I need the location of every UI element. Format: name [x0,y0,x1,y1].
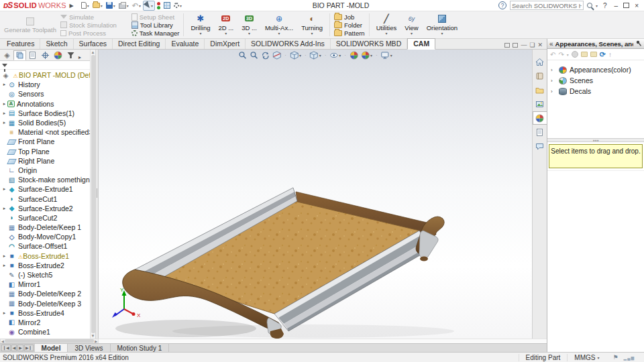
expand-arrow-icon[interactable]: › [551,88,556,95]
feature-tree-tab[interactable] [1,50,13,60]
tree-item[interactable]: (-) Sketch5 [0,270,90,280]
expand-arrow-icon[interactable] [1,82,7,87]
tab-motion-study-1[interactable]: Motion Study 1 [111,344,170,352]
tree-vertical-scrollbar[interactable]: ▲▼ [90,50,95,339]
solidworks-forum-tab[interactable] [533,139,547,153]
tree-horizontal-scrollbar[interactable]: ◀▶ [0,339,99,343]
expand-arrow-icon[interactable] [1,111,7,116]
tab-features[interactable]: Features [1,39,40,49]
tree-item[interactable]: Body-Delete/Keep 3 [0,299,90,308]
tree-root-item[interactable]: BIO PART -MOLD (Default<<Defa [0,70,90,80]
search-icon[interactable] [587,3,592,8]
tab-model[interactable]: Model [35,344,68,352]
prev-tab-icon[interactable]: ◀ [11,345,17,351]
forward-icon[interactable]: ↷ [558,51,564,58]
expand-arrow-icon[interactable]: › [551,78,556,84]
doc-minimize-button[interactable]: — [521,42,527,48]
setup-sheet-button[interactable]: Setup Sheet [131,13,180,21]
job-button[interactable]: Job [334,13,365,21]
undo-button[interactable]: ↶▾ [131,1,142,11]
expand-arrow-icon[interactable] [1,186,7,192]
tab-scroll-buttons[interactable]: ❙◀ ◀ ▶ ▶❙ [0,344,35,352]
expand-arrow-icon[interactable] [1,101,7,107]
tree-item[interactable]: Surface-Offset1 [0,241,90,251]
pattern-button[interactable]: Pattern [334,29,365,37]
display-manager-tab[interactable] [52,50,64,60]
tag-icon[interactable]: ⚑ [612,354,618,361]
tree-item[interactable]: Right Plane [0,156,90,166]
units-selector[interactable]: MMGS▾ [567,354,606,361]
tab-cam[interactable]: CAM [407,38,435,50]
collapse-pane-icon[interactable]: « [549,40,553,48]
drilling-button[interactable]: Drilling ▾ [186,12,214,38]
view-settings-button[interactable]: ▾ [381,51,392,60]
doc-close-button[interactable]: ✕ [537,42,543,48]
expand-arrow-icon[interactable] [1,310,7,316]
up-one-level-icon[interactable]: ↑ [608,51,612,58]
view-button[interactable]: View ▾ [400,12,422,38]
graphics-viewport[interactable]: · ▾ · ▾ · ▾ · ▾ · ▾ Y [99,50,532,339]
minimize-button[interactable]: – [612,2,621,9]
search-dropdown-icon[interactable]: ▾ [596,3,598,8]
home-tab[interactable] [533,55,547,68]
tree-item[interactable]: Front Plane [0,137,90,146]
back-icon[interactable]: ↶ [550,51,555,58]
tab-overflow-chevron[interactable]: ▸ [78,54,81,60]
expand-arrow-icon[interactable] [1,206,7,211]
expand-arrow-icon[interactable]: › [551,67,556,73]
apply-scene-button[interactable]: ▾ [361,51,372,60]
tree-item[interactable]: Surface-Extrude1 [0,184,90,194]
dimxpert-manager-tab[interactable] [39,50,52,60]
tab-dimxpert[interactable]: DimXpert [205,39,246,49]
orientation-button[interactable]: Orientation ▾ [423,12,462,38]
edit-appearance-button[interactable] [350,51,358,60]
tree-item[interactable]: Surface Bodies(1) [0,109,90,118]
tree-item[interactable]: Solid Bodies(5) [0,118,90,127]
tree-item[interactable]: Origin [0,166,90,175]
task-pane-tree-item[interactable]: › Decals [549,86,643,97]
task-manager-button[interactable]: Task Manager [131,29,180,37]
file-properties-button[interactable] [162,1,172,11]
file-explorer-tab[interactable] [533,83,547,97]
tree-item[interactable]: Top Plane [0,147,90,156]
doc-pane-left-button[interactable] [504,43,510,48]
multi-axis-button[interactable]: Multi-Ax... ▾ [261,12,297,38]
stock-simulation-button[interactable]: Stock Simulation [60,21,117,29]
options-button[interactable]: ▾ [172,1,183,11]
tree-item[interactable]: Body-Delete/Keep 1 [0,223,90,232]
expand-arrow-icon[interactable] [1,120,7,125]
doc-restore-button[interactable]: ❏ [529,42,535,48]
utilities-button[interactable]: Utilities ▾ [372,12,401,38]
milling-3d-button[interactable]: 3D ... ▾ [237,12,261,38]
tab-solidworks-add-ins[interactable]: SOLIDWORKS Add-Ins [246,39,331,49]
tree-item[interactable]: Annotations [0,99,90,109]
tool-library-button[interactable]: Tool Library [131,21,180,29]
simulate-button[interactable]: Simulate [60,13,117,21]
task-pane-splitter[interactable]: ●●● [547,138,644,142]
expand-arrow-icon[interactable] [1,253,7,259]
rebuild-button[interactable] [156,1,162,11]
close-button[interactable]: × [633,2,641,9]
last-tab-icon[interactable]: ▶❙ [24,345,34,351]
turning-button[interactable]: Turning ▾ [297,12,327,38]
tree-item[interactable]: Combine1 [0,327,90,337]
task-pane-tree-item[interactable]: › Scenes [549,75,643,86]
design-library-tab[interactable] [533,69,547,82]
tree-item[interactable]: Stock-make somethign big - wildc [0,175,90,184]
section-view-button[interactable] [272,51,281,60]
history-dropdown-icon[interactable]: ▾ [567,52,569,57]
cam-tree-tab[interactable] [64,50,77,60]
display-style-button[interactable]: ▾ [310,51,321,60]
property-manager-tab[interactable] [13,50,26,60]
zoom-to-area-button[interactable] [250,51,258,60]
tree-item[interactable]: Body-Delete/Keep 2 [0,289,90,298]
tab-3d-views[interactable]: 3D Views [68,344,110,352]
generate-toolpath-button[interactable]: Generate Toolpath [1,12,59,38]
print-button[interactable]: ▾ [117,1,130,11]
tree-item[interactable]: SurfaceCut2 [0,213,90,223]
refresh-icon[interactable]: ⟳ [600,50,606,59]
first-tab-icon[interactable]: ❙◀ [1,345,11,351]
tab-evaluate[interactable]: Evaluate [166,39,205,49]
tab-surfaces[interactable]: Surfaces [74,39,113,49]
folder-button[interactable]: Folder [334,21,365,29]
